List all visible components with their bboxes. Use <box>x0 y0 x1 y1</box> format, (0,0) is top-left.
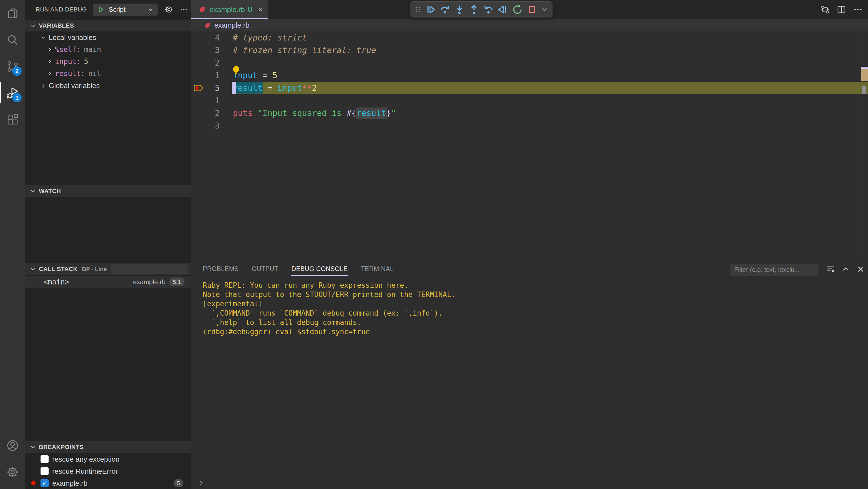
code-text: # typed: strict <box>233 31 868 44</box>
split-editor-icon[interactable] <box>836 4 847 15</box>
reverse-continue-button[interactable] <box>497 3 509 16</box>
stop-button[interactable] <box>526 3 538 16</box>
section-header-breakpoints[interactable]: BREAKPOINTS <box>25 441 191 453</box>
debug-console-input[interactable] <box>191 477 868 489</box>
step-back-button[interactable] <box>482 3 495 16</box>
activity-item-source-control[interactable]: 2 <box>0 53 25 79</box>
clear-console-icon[interactable] <box>826 264 835 274</box>
frame-file: example.rb <box>133 278 165 286</box>
code-line-5[interactable]: 5result = input**2 <box>191 82 868 94</box>
lightbulb-icon[interactable] <box>231 65 242 76</box>
breakpoint-row[interactable]: rescue any exception <box>25 453 191 465</box>
frame-name: <main> <box>43 278 69 286</box>
debug-settings-gear-icon[interactable] <box>164 5 173 14</box>
line-number: 2 <box>215 108 220 118</box>
code-line-3[interactable]: 2 <box>191 57 868 69</box>
panel-tabs: PROBLEMSOUTPUTDEBUG CONSOLETERMINAL <box>196 260 400 277</box>
chevron-down-icon <box>40 34 46 41</box>
editor-gutter[interactable]: 2 <box>191 57 233 69</box>
reverse-continue-icon <box>497 4 509 15</box>
breadcrumb-file[interactable]: example.rb <box>214 21 250 30</box>
breakpoint-row[interactable]: rescue RuntimeError <box>25 465 191 477</box>
panel-tab-problems[interactable]: PROBLEMS <box>196 260 245 277</box>
variable-row-result[interactable]: result:nil <box>25 68 191 79</box>
code-line-8[interactable]: 3 <box>191 120 868 132</box>
line-number: 1 <box>215 71 220 80</box>
panel-tab-debug-console[interactable]: DEBUG CONSOLE <box>285 260 354 277</box>
drag-handle-button[interactable] <box>413 3 422 16</box>
variable-name: result: <box>55 69 85 78</box>
editor-gutter[interactable]: 2 <box>191 107 233 120</box>
editor-gutter[interactable]: 3 <box>191 120 233 132</box>
call-stack-frame-main[interactable]: <main> example.rb 5:1 <box>25 276 191 288</box>
code-line-2[interactable]: 3# frozen_string_literal: true <box>191 44 868 57</box>
tab-example-rb[interactable]: example.rb U <box>191 0 268 19</box>
activity-item-extensions[interactable] <box>0 106 25 133</box>
code-token: = <box>257 71 272 80</box>
dropdown-chevron-button[interactable] <box>540 3 549 16</box>
vscode-window: 21 RUN AND DEBUG Script VARIABLES Local … <box>0 0 868 489</box>
section-header-variables[interactable]: VARIABLES <box>25 20 191 31</box>
frame-position-badge: 5:1 <box>169 278 184 286</box>
section-header-call-stack[interactable]: CALL STACK BP - Line <box>25 263 191 275</box>
activity-item-search[interactable] <box>0 27 25 53</box>
code-text <box>233 94 868 107</box>
open-changes-swap-icon[interactable] <box>820 4 830 15</box>
code-line-1[interactable]: 4# typed: strict <box>191 31 868 44</box>
editor-more-actions-icon[interactable] <box>853 4 863 15</box>
views-more-actions-icon[interactable] <box>180 5 188 14</box>
maximize-panel-icon[interactable] <box>841 264 851 274</box>
code-token: # frozen_string_literal: true <box>233 45 376 55</box>
editor-gutter[interactable]: 5 <box>191 82 233 94</box>
breakpoint-checkbox[interactable] <box>40 467 49 475</box>
breakpoint-label: example.rb <box>52 479 88 488</box>
code-line-7[interactable]: 2puts "Input squared is #{result}" <box>191 107 868 120</box>
section-header-watch[interactable]: WATCH <box>25 185 191 197</box>
continue-icon <box>425 4 436 15</box>
close-panel-icon[interactable] <box>856 264 866 274</box>
breakpoint-current-line-icon[interactable] <box>193 84 204 92</box>
panel-tab-output[interactable]: OUTPUT <box>245 260 285 277</box>
continue-button[interactable] <box>424 3 437 16</box>
code-line-6[interactable]: 1 <box>191 94 868 107</box>
watch-header-label: WATCH <box>39 188 61 195</box>
code-text <box>233 120 868 132</box>
overview-ruler[interactable] <box>861 19 868 260</box>
step-out-button[interactable] <box>468 3 480 16</box>
breakpoint-checkbox[interactable] <box>40 455 49 463</box>
sidebar-title: RUN AND DEBUG <box>36 6 87 13</box>
launch-config-dropdown[interactable]: Script <box>93 4 158 15</box>
restart-button[interactable] <box>511 3 524 16</box>
activity-item-explorer[interactable] <box>0 0 25 27</box>
launch-config-label: Script <box>108 6 147 13</box>
chevron-down-icon <box>30 188 37 195</box>
variables-group-global-variables[interactable]: Global variables <box>25 79 191 92</box>
variable-row-self[interactable]: %self:main <box>25 43 191 56</box>
scrollbar-slider[interactable] <box>862 86 866 94</box>
debug-console-output[interactable]: Ruby REPL: You can run any Ruby expressi… <box>191 277 868 336</box>
editor-gutter[interactable]: 1 <box>191 94 233 107</box>
extensions-icon <box>6 113 19 126</box>
activity-item-settings[interactable] <box>0 459 25 485</box>
variable-row-input[interactable]: input:5 <box>25 56 191 68</box>
console-filter-input[interactable] <box>730 264 818 276</box>
files-icon <box>6 7 19 20</box>
activity-item-run-and-debug[interactable]: 1 <box>0 79 25 106</box>
code-line-4[interactable]: 1input = 5 <box>191 69 868 82</box>
variables-group-local-variables[interactable]: Local variables <box>25 31 191 43</box>
editor-gutter[interactable]: 1 <box>191 69 233 82</box>
editor-gutter[interactable]: 3 <box>191 44 233 57</box>
step-over-button[interactable] <box>439 3 451 16</box>
variable-value: main <box>84 45 101 54</box>
tab-close-icon[interactable] <box>257 6 264 13</box>
step-into-button[interactable] <box>453 3 466 16</box>
start-debugging-icon[interactable] <box>97 5 105 14</box>
group-label: Local variables <box>49 33 96 42</box>
code-token: result <box>356 108 386 118</box>
breakpoint-checkbox[interactable]: ✓ <box>40 479 49 487</box>
activity-item-accounts[interactable] <box>0 432 25 459</box>
code-editor[interactable]: 4# typed: strict3# frozen_string_literal… <box>191 31 868 141</box>
panel-tab-terminal[interactable]: TERMINAL <box>354 260 400 277</box>
breakpoint-row[interactable]: ✓example.rb5 <box>25 477 191 489</box>
editor-gutter[interactable]: 4 <box>191 31 233 44</box>
